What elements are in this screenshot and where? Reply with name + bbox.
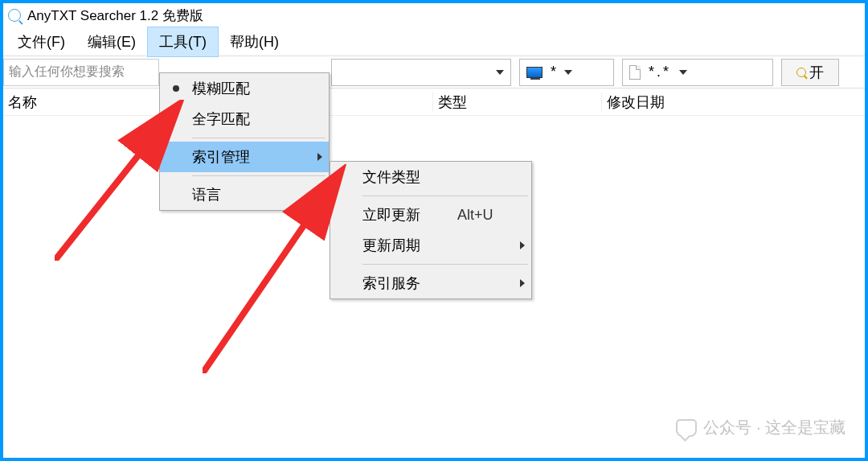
chevron-down-icon bbox=[496, 70, 504, 75]
tools-whole-label: 全字匹配 bbox=[192, 109, 250, 129]
menu-file[interactable]: 文件(F) bbox=[6, 27, 76, 56]
svg-line-1 bbox=[55, 111, 174, 261]
search-input[interactable]: 输入任何你想要搜索 bbox=[3, 59, 159, 86]
annotation-arrow bbox=[55, 100, 191, 261]
menu-separator bbox=[362, 264, 528, 265]
search-button[interactable]: 开 bbox=[781, 59, 839, 86]
drive-filter-value: * bbox=[551, 64, 556, 80]
index-submenu-popup: 文件类型 立即更新 Alt+U 更新周期 索引服务 bbox=[330, 161, 532, 299]
chevron-down-icon bbox=[679, 70, 687, 75]
menu-separator bbox=[192, 138, 326, 138]
index-update-now-label: 立即更新 bbox=[362, 205, 420, 224]
index-file-type-label: 文件类型 bbox=[362, 167, 420, 187]
col-date[interactable]: 修改日期 bbox=[602, 93, 865, 112]
file-icon bbox=[629, 65, 641, 80]
search-button-label: 开 bbox=[809, 63, 824, 82]
ext-filter-value: *.* bbox=[649, 64, 671, 80]
menu-bar: 文件(F) 编辑(E) 工具(T) 帮助(H) bbox=[3, 27, 865, 56]
search-icon bbox=[796, 68, 806, 77]
svg-line-3 bbox=[203, 179, 336, 373]
col-type[interactable]: 类型 bbox=[433, 93, 602, 112]
toolbar: 输入任何你想要搜索 * *.* 开 bbox=[3, 56, 865, 88]
menu-tools[interactable]: 工具(T) bbox=[147, 27, 219, 57]
menu-separator bbox=[362, 196, 528, 196]
tools-fuzzy-label: 模糊匹配 bbox=[192, 79, 250, 98]
chevron-down-icon bbox=[564, 70, 572, 75]
index-update-now-shortcut: Alt+U bbox=[457, 207, 493, 224]
window-title: AnyTXT Searcher 1.2 免费版 bbox=[27, 6, 203, 25]
index-service-label: 索引服务 bbox=[362, 274, 420, 293]
index-update-cycle-label: 更新周期 bbox=[362, 236, 420, 255]
submenu-arrow-icon bbox=[317, 153, 322, 161]
drive-filter-combo[interactable]: * bbox=[519, 59, 614, 86]
watermark-text: 公众号 · 这全是宝藏 bbox=[703, 417, 845, 438]
search-placeholder: 输入任何你想要搜索 bbox=[9, 64, 125, 80]
ext-filter-combo[interactable]: *.* bbox=[622, 59, 773, 86]
wechat-icon bbox=[676, 419, 697, 437]
radio-dot-icon bbox=[173, 85, 179, 92]
app-icon bbox=[8, 9, 21, 22]
submenu-arrow-icon bbox=[520, 279, 525, 287]
index-update-cycle[interactable]: 更新周期 bbox=[330, 230, 531, 261]
index-file-type[interactable]: 文件类型 bbox=[330, 162, 531, 192]
index-update-now[interactable]: 立即更新 Alt+U bbox=[330, 200, 531, 230]
index-service[interactable]: 索引服务 bbox=[330, 268, 531, 298]
menu-help[interactable]: 帮助(H) bbox=[219, 27, 290, 56]
monitor-icon bbox=[526, 67, 542, 78]
annotation-arrow bbox=[203, 164, 355, 373]
menu-edit[interactable]: 编辑(E) bbox=[76, 27, 147, 56]
submenu-arrow-icon bbox=[520, 241, 525, 249]
title-bar: AnyTXT Searcher 1.2 免费版 bbox=[3, 3, 865, 27]
path-combo[interactable] bbox=[331, 59, 511, 86]
watermark: 公众号 · 这全是宝藏 bbox=[676, 417, 845, 438]
